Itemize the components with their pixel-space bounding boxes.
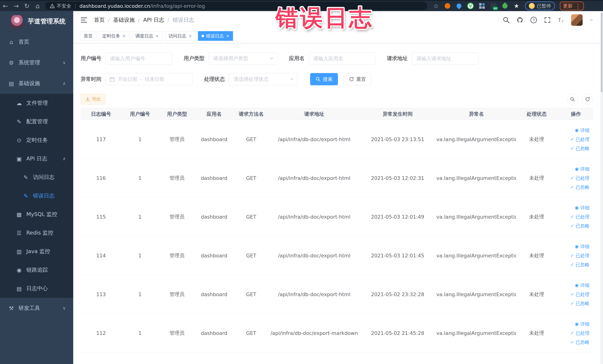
detail-link[interactable]: ◉详细 bbox=[575, 244, 590, 250]
user-type-select[interactable]: 请选择用户类型 bbox=[209, 52, 278, 65]
processed-link[interactable]: ✓已处理 bbox=[570, 214, 590, 220]
search-button[interactable]: 搜索 bbox=[310, 73, 338, 85]
sidebar-item-active[interactable]: ✎错误日志 bbox=[0, 187, 73, 205]
ignored-link[interactable]: ✓已忽略 bbox=[570, 223, 590, 229]
sidebar-item[interactable]: ▦MySQL 监控 bbox=[0, 205, 73, 224]
tab-close-icon[interactable]: × bbox=[188, 34, 192, 38]
export-button[interactable]: 导出 bbox=[81, 94, 105, 105]
app-name-input[interactable] bbox=[309, 52, 375, 65]
breadcrumb-item[interactable]: 基础设施 bbox=[113, 16, 135, 24]
tab-item[interactable]: 定时任务× bbox=[99, 31, 129, 41]
gear-icon: ⚙ bbox=[7, 59, 16, 66]
cell-time: 2021-05-03 12:01:49 bbox=[359, 198, 437, 236]
sidebar-item[interactable]: ⚒研发工具∨ bbox=[0, 298, 73, 318]
end-date-placeholder: 结束日期 bbox=[145, 76, 164, 82]
tab-close-icon[interactable]: × bbox=[226, 34, 229, 38]
ignored-link-label: 已忽略 bbox=[576, 184, 590, 190]
breadcrumb-item[interactable]: API 日志 bbox=[143, 16, 164, 24]
tab-label: 定时任务 bbox=[102, 33, 120, 39]
extension-leaf-icon[interactable] bbox=[502, 3, 508, 9]
detail-link[interactable]: ◉详细 bbox=[575, 321, 590, 327]
extension-on-badge-icon[interactable]: on bbox=[490, 3, 497, 9]
header-search-icon[interactable] bbox=[502, 16, 510, 24]
browser-forward-icon[interactable]: → bbox=[11, 2, 22, 10]
tab-item[interactable]: 访问日志× bbox=[165, 31, 195, 41]
github-icon[interactable] bbox=[516, 16, 524, 24]
sidebar-item[interactable]: ✎配置管理 bbox=[0, 112, 73, 131]
sidebar-item[interactable]: ◉链路追踪 bbox=[0, 261, 73, 279]
extension-orange-icon[interactable] bbox=[444, 3, 451, 9]
processed-link[interactable]: ✓已处理 bbox=[570, 253, 590, 259]
date-range-picker[interactable]: 开始日期 - 结束日期 bbox=[105, 73, 193, 85]
processed-link[interactable]: ✓已处理 bbox=[570, 136, 590, 142]
app-logo-row[interactable]: 芋道管理系统 bbox=[0, 11, 73, 32]
bookmark-star-icon[interactable]: ☆ bbox=[433, 3, 439, 9]
browser-menu-icon[interactable]: ⋮ bbox=[575, 3, 581, 9]
sidebar-item[interactable]: ⌂首页 bbox=[0, 32, 73, 52]
filter-app-name: 应用名 bbox=[289, 52, 375, 65]
tab-active[interactable]: 错误日志× bbox=[198, 31, 233, 41]
ignored-link[interactable]: ✓已忽略 bbox=[570, 262, 590, 268]
ignored-link[interactable]: ✓已忽略 bbox=[570, 184, 590, 190]
table-header-cell: 异常发生时间 bbox=[359, 108, 437, 120]
browser-update-button[interactable]: 更新 ⋮ bbox=[560, 1, 584, 10]
avatar-caret-down-icon[interactable] bbox=[589, 18, 594, 23]
sidebar-item[interactable]: ⊙定时任务 bbox=[0, 131, 73, 150]
refresh-table-button[interactable] bbox=[582, 94, 593, 105]
cell-exception: java.lang.IllegalArgumentException bbox=[437, 236, 516, 275]
reset-button[interactable]: 重置 bbox=[344, 73, 371, 85]
extension-grid-icon[interactable] bbox=[479, 3, 485, 9]
request-url-input[interactable] bbox=[412, 52, 478, 65]
cell-user-type: 管理员 bbox=[159, 120, 196, 159]
processed-link[interactable]: ✓已处理 bbox=[570, 175, 590, 181]
security-status[interactable]: 不安全 bbox=[50, 3, 71, 9]
sidebar-item[interactable]: ▤基础设施∧ bbox=[0, 73, 73, 94]
ignored-link[interactable]: ✓已忽略 bbox=[570, 145, 590, 152]
processed-link[interactable]: ✓已处理 bbox=[570, 330, 590, 336]
scrollbar-thumb[interactable] bbox=[601, 13, 603, 92]
tab-item[interactable]: 首页 bbox=[80, 31, 96, 41]
java-monitor-icon: ▥ bbox=[15, 248, 23, 255]
browser-home-icon[interactable]: ⌂ bbox=[32, 2, 43, 10]
browser-back-icon[interactable]: ← bbox=[0, 2, 11, 10]
extension-star-icon[interactable]: ★ bbox=[513, 3, 520, 9]
sidebar-item[interactable]: ⚙系统管理∨ bbox=[0, 52, 73, 73]
cell-user-id: 1 bbox=[121, 314, 159, 352]
user-id-input[interactable] bbox=[105, 52, 172, 65]
ignored-link-label: 已忽略 bbox=[576, 262, 590, 268]
toggle-search-button[interactable] bbox=[567, 94, 578, 105]
detail-link[interactable]: ◉详细 bbox=[575, 205, 590, 211]
cell-user-type: 管理员 bbox=[159, 198, 196, 236]
ignored-link[interactable]: ✓已忽略 bbox=[570, 339, 590, 345]
sidebar-item[interactable]: ▤日志中心 bbox=[0, 279, 73, 298]
tab-item[interactable]: 调度日志× bbox=[132, 31, 162, 41]
refresh-icon bbox=[585, 97, 590, 102]
font-size-icon[interactable] bbox=[557, 16, 565, 24]
process-status-select[interactable]: 请选择处理状态 bbox=[229, 73, 298, 85]
detail-link[interactable]: ◉详细 bbox=[575, 282, 590, 288]
extension-v-icon[interactable]: V bbox=[467, 3, 474, 9]
check-icon: ✓ bbox=[570, 330, 574, 336]
detail-link[interactable]: ◉详细 bbox=[575, 127, 590, 133]
sidebar-item[interactable]: ☁文件管理 bbox=[0, 94, 73, 112]
tab-close-icon[interactable]: × bbox=[155, 34, 159, 38]
sidebar-item[interactable]: ☰Redis 监控 bbox=[0, 224, 73, 242]
browser-reload-icon[interactable]: ↻ bbox=[22, 2, 32, 10]
detail-link[interactable]: ◉详细 bbox=[575, 166, 590, 172]
paused-extension-pill[interactable]: 已暂停 bbox=[525, 1, 555, 10]
sidebar-item[interactable]: ✎访问日志 bbox=[0, 168, 73, 187]
fullscreen-icon[interactable] bbox=[544, 16, 551, 24]
help-icon[interactable] bbox=[530, 16, 537, 24]
sidebar-item-label: 配置管理 bbox=[26, 118, 48, 125]
sidebar-item[interactable]: ▥Java 监控 bbox=[0, 242, 73, 261]
processed-link[interactable]: ✓已处理 bbox=[570, 291, 590, 297]
extension-pin-icon[interactable] bbox=[456, 3, 462, 9]
tab-close-icon[interactable]: × bbox=[122, 34, 126, 38]
ignored-link[interactable]: ✓已忽略 bbox=[570, 300, 590, 306]
hamburger-icon[interactable] bbox=[80, 16, 88, 24]
user-avatar[interactable] bbox=[571, 14, 583, 26]
sidebar-item[interactable]: ▣API 日志∧ bbox=[0, 150, 73, 168]
breadcrumb-item[interactable]: 首页 bbox=[94, 16, 105, 24]
address-bar[interactable]: 不安全 | dashboard.yudao.iocoder.cn/infra/l… bbox=[45, 2, 427, 10]
page-scrollbar[interactable] bbox=[600, 11, 603, 364]
